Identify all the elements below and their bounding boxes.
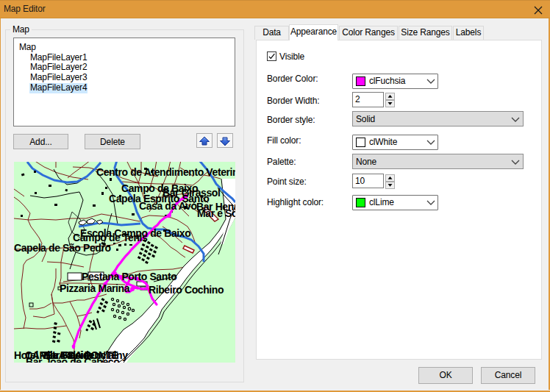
- svg-text:Capela de São Pedro: Capela de São Pedro: [14, 242, 111, 254]
- svg-text:Mar e So: Mar e So: [197, 207, 235, 219]
- svg-text:Ribeiro Cochino: Ribeiro Cochino: [149, 284, 224, 296]
- svg-text:Centro de Atendimento Veterin: Centro de Atendimento Veterin: [96, 166, 235, 178]
- svg-text:Bar Joao de Cabeco: Bar Joao de Cabeco: [26, 356, 119, 363]
- svg-text:Pestana Porto Santo: Pestana Porto Santo: [82, 271, 176, 282]
- svg-text:Pizzaria Marina: Pizzaria Marina: [60, 282, 130, 294]
- svg-text:Casa da Avó: Casa da Avó: [139, 200, 197, 212]
